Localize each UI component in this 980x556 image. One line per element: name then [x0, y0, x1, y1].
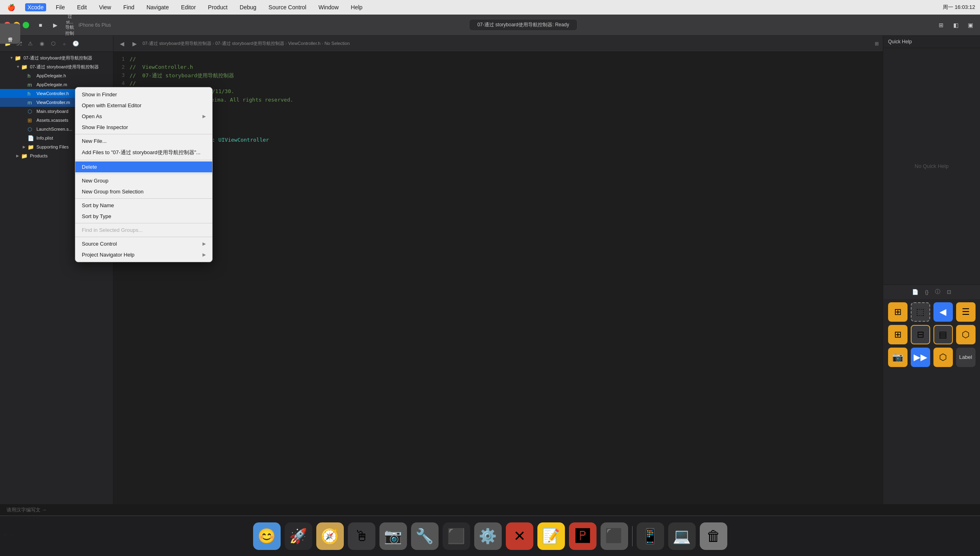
menu-project-navigator-help[interactable]: Project Navigator Help ▶ [75, 249, 212, 260]
code-line-1: 1 // [113, 56, 883, 64]
source-control-arrow: ▶ [202, 241, 206, 246]
code-line-10: 10 [113, 129, 883, 137]
run-button[interactable]: ▶ [49, 19, 61, 31]
dock-dark[interactable]: ⬛ [601, 522, 628, 550]
menu-show-in-finder[interactable]: Show in Finder [75, 89, 212, 100]
dock-app4[interactable]: 💻 [668, 522, 696, 550]
stop-button[interactable]: ■ [35, 19, 46, 31]
status-bar: 请用汉字编写文 → [0, 504, 980, 516]
size-inspector-icon[interactable]: ⊡ [947, 289, 951, 295]
dock-launchpad[interactable]: 🚀 [285, 522, 312, 550]
menubar-help[interactable]: Help [348, 3, 365, 11]
quick-help-icon[interactable]: {} [925, 289, 929, 295]
menu-new-group-from-selection[interactable]: New Group from Selection [75, 186, 212, 197]
dock-terminal[interactable]: ⬛ [443, 522, 470, 550]
toolbar: ■ ▶ 07-通过 st...导航控制器 iPhone 6s Plus 07-通… [0, 15, 980, 36]
context-menu: Show in Finder Open with External Editor… [75, 87, 213, 262]
editor-header: ◀ ▶ 07-通过 storyboard使用导航控制器 › 07-通过 stor… [113, 36, 883, 52]
table-view-icon[interactable]: ☰ [956, 302, 976, 322]
menubar-find[interactable]: Find [121, 3, 136, 11]
menu-find-in-groups[interactable]: Find in Selected Groups... [75, 225, 212, 236]
dock-xmind[interactable]: ✕ [506, 522, 533, 550]
map-icon[interactable]: ⬡ [956, 325, 976, 344]
code-line-9: 9 #import <UIKit/UIKit.h> [113, 121, 883, 129]
toggle-icon[interactable]: ⊟ [911, 325, 930, 344]
test-icon[interactable]: ◉ [37, 39, 46, 48]
menu-open-external-editor[interactable]: Open with External Editor [75, 100, 212, 111]
code-area[interactable]: 1 // 2 // ViewController.h 3 // 07-通过 st… [113, 52, 883, 541]
menu-sort-by-name[interactable]: Sort by Name [75, 200, 212, 211]
menubar-view[interactable]: View [96, 3, 113, 11]
separator-1 [75, 134, 212, 134]
menubar-editor[interactable]: Editor [179, 3, 198, 11]
breakpoint-icon[interactable]: ⬦ [60, 39, 69, 48]
dock-photo[interactable]: 📷 [379, 522, 407, 550]
scheme-button[interactable]: 07-通过 st...导航控制器 [64, 19, 75, 31]
menu-delete[interactable]: Delete [75, 161, 212, 172]
clock: 周一 16:03:12 [943, 4, 975, 11]
tree-item-appdelegate-h[interactable]: h AppDelegate.h [0, 71, 113, 80]
debug-icon[interactable]: ⬡ [49, 39, 58, 48]
media-icon[interactable]: ▶▶ [911, 348, 930, 367]
menubar-xcode[interactable]: Xcode [25, 3, 46, 11]
suspend-badge: 暂停 [0, 23, 20, 44]
tree-item-project-sub[interactable]: ▼ 📁 07-通过 storyboard使用导航控制器 [0, 62, 113, 71]
nav-back[interactable]: ◀ [117, 40, 127, 48]
warning-icon[interactable]: ⚠ [26, 39, 35, 48]
menu-sort-by-type[interactable]: Sort by Type [75, 211, 212, 222]
file-inspector-icon[interactable]: 📄 [912, 289, 918, 295]
code-line-7: 7 // [113, 104, 883, 112]
dock-settings[interactable]: ⚙️ [474, 522, 502, 550]
separator-2 [75, 160, 212, 160]
container-view-icon[interactable]: ⬚ [911, 302, 930, 322]
dock-mouse[interactable]: 🖱 [348, 522, 375, 550]
inspector-toolbar: 📄 {} ⓘ ⊡ [883, 284, 980, 299]
menu-open-as[interactable]: Open As ▶ [75, 111, 212, 122]
layout-toggle-2[interactable]: ◧ [950, 19, 961, 31]
menubar-navigate[interactable]: Navigate [144, 3, 171, 11]
menubar: 🍎 Xcode File Edit View Find Navigate Edi… [0, 0, 980, 15]
back-button-icon[interactable]: ◀ [933, 302, 953, 322]
code-line-8: 8 [113, 112, 883, 121]
menubar-product[interactable]: Product [206, 3, 230, 11]
device-selector[interactable]: iPhone 6s Plus [79, 22, 111, 28]
identity-inspector-icon[interactable]: ⓘ [935, 288, 940, 295]
open-as-arrow: ▶ [202, 114, 206, 119]
grid-icon[interactable]: ⊞ [888, 325, 908, 344]
dock-finder[interactable]: 😊 [253, 522, 281, 550]
code-line-6: 6 // Copyright © 2015年 itheima. All righ… [113, 96, 883, 104]
dock-app2[interactable]: 🅿 [569, 522, 597, 550]
menu-new-file[interactable]: New File... [75, 136, 212, 146]
menubar-debug[interactable]: Debug [237, 3, 259, 11]
dock-safari[interactable]: 🧭 [316, 522, 344, 550]
menu-source-control[interactable]: Source Control ▶ [75, 238, 212, 249]
separator-6 [75, 237, 212, 237]
menu-add-files[interactable]: Add Files to "07-通过 storyboard使用导航控制器"..… [75, 146, 212, 159]
code-line-11: 11 @interface ViewController : UIViewCon… [113, 137, 883, 145]
layout-toggle-1[interactable]: ⊞ [935, 19, 947, 31]
related-files-button[interactable]: ⊞ [875, 41, 879, 47]
apple-menu[interactable]: 🍎 [5, 3, 18, 12]
menu-show-file-inspector[interactable]: Show File Inspector [75, 122, 212, 133]
code-line-4: 4 // [113, 80, 883, 88]
tree-item-project-root[interactable]: ▼ 📁 07-通过 storyboard使用导航控制器 [0, 53, 113, 62]
maximize-button[interactable] [23, 22, 29, 28]
dock-notes[interactable]: 📝 [537, 522, 565, 550]
dock-app3[interactable]: 📱 [637, 522, 664, 550]
history-icon[interactable]: 🕐 [71, 39, 80, 48]
label-icon[interactable]: Label [956, 348, 976, 367]
dock-tools[interactable]: 🔧 [411, 522, 439, 550]
3d-icon[interactable]: ⬡ [933, 348, 953, 367]
nav-forward[interactable]: ▶ [130, 40, 139, 48]
menu-new-group[interactable]: New Group [75, 175, 212, 186]
separator-4 [75, 198, 212, 199]
dock-trash[interactable]: 🗑 [700, 522, 727, 550]
menubar-file[interactable]: File [53, 3, 68, 11]
menubar-window[interactable]: Window [316, 3, 341, 11]
menubar-edit[interactable]: Edit [75, 3, 89, 11]
view-controller-icon[interactable]: ⊞ [888, 302, 908, 322]
page-icon[interactable]: ▤ [933, 325, 953, 344]
menubar-source-control[interactable]: Source Control [266, 3, 309, 11]
layout-toggle-3[interactable]: ▣ [965, 19, 976, 31]
camera-icon[interactable]: 📷 [888, 348, 908, 367]
